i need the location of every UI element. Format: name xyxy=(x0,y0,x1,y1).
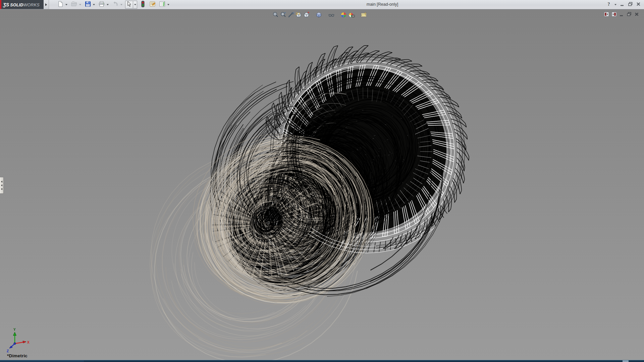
section-view-icon xyxy=(295,11,302,20)
svg-text:Y: Y xyxy=(13,328,16,331)
zoom-to-fit-button[interactable] xyxy=(272,12,279,19)
restore-icon xyxy=(628,2,633,8)
new-document-dropdown-arrow[interactable] xyxy=(64,1,68,9)
headsup-view-toolbar xyxy=(272,11,368,19)
collapse-arrow-icon xyxy=(1,184,2,186)
print-button[interactable] xyxy=(98,1,106,9)
previous-view-button[interactable] xyxy=(287,12,295,19)
graphics-viewport[interactable]: Y X Z *Dimetric xyxy=(0,10,644,360)
brand-text: ƷSSOLIDWORKS xyxy=(3,2,40,7)
minimize-icon xyxy=(620,2,625,8)
dynamic-annotation-icon xyxy=(303,11,310,20)
apply-scene-button[interactable] xyxy=(347,12,355,19)
new-document-icon xyxy=(57,1,64,9)
restore-button[interactable] xyxy=(627,1,633,8)
apply-scene-icon xyxy=(348,11,355,20)
traffic-light-button[interactable] xyxy=(139,1,147,9)
taskbar-segment xyxy=(0,360,84,362)
turbine-wireframe-model xyxy=(0,10,644,360)
design-checker-dropdown-arrow[interactable] xyxy=(166,1,170,9)
dropdown-arrow-icon xyxy=(134,4,136,5)
dropdown-arrow-icon xyxy=(120,4,122,5)
collapse-arrow-icon xyxy=(1,188,2,190)
hide-show-items-icon xyxy=(328,11,335,20)
save-icon xyxy=(85,1,91,9)
doc-restore-button[interactable] xyxy=(627,12,632,18)
undo-button[interactable] xyxy=(111,1,119,9)
collapse-arrow-icon xyxy=(1,181,2,183)
save-dropdown-arrow[interactable] xyxy=(92,1,96,9)
select-button[interactable] xyxy=(125,1,133,9)
solidworks-logo: ƷSSOLIDWORKS xyxy=(0,0,44,9)
svg-text:?: ? xyxy=(608,2,610,7)
zoom-to-fit-icon xyxy=(272,11,279,20)
doc-pane-left-button[interactable] xyxy=(604,12,609,18)
section-view-button[interactable] xyxy=(295,12,303,19)
dynamic-annotation-button[interactable] xyxy=(303,12,310,19)
open-button[interactable] xyxy=(70,1,78,9)
help-button[interactable]: ? xyxy=(606,1,612,8)
new-document-button[interactable] xyxy=(56,1,64,9)
svg-text:Z: Z xyxy=(7,349,9,353)
dropdown-arrow-icon xyxy=(614,4,616,5)
doc-minimize-icon xyxy=(619,12,624,18)
save-button[interactable] xyxy=(84,1,92,9)
dropdown-arrow-icon xyxy=(107,4,109,5)
view-settings-button[interactable] xyxy=(360,12,368,19)
select-dropdown-arrow[interactable] xyxy=(133,1,137,9)
view-orientation-button[interactable] xyxy=(315,12,323,19)
help-icon: ? xyxy=(606,1,611,8)
window-title: main [Read-only] xyxy=(349,0,416,9)
doc-pane-right-button[interactable] xyxy=(611,12,617,18)
open-dropdown-arrow[interactable] xyxy=(78,1,82,9)
undo-icon xyxy=(112,1,119,9)
zoom-to-area-button[interactable] xyxy=(279,12,287,19)
solidworks-logo-glyph: ƷS xyxy=(3,2,9,7)
previous-view-icon xyxy=(287,11,295,20)
print-icon xyxy=(98,1,105,9)
view-settings-icon xyxy=(360,11,368,20)
document-window-controls xyxy=(604,12,639,18)
expand-arrow-icon xyxy=(45,3,47,6)
comment-icon xyxy=(149,1,156,9)
print-dropdown-arrow[interactable] xyxy=(106,1,110,9)
traffic-light-icon xyxy=(141,1,145,9)
edit-appearance-button[interactable] xyxy=(340,12,347,19)
title-bar: ƷSSOLIDWORKS main [Read-only] ? xyxy=(0,0,644,9)
undo-dropdown-arrow[interactable] xyxy=(119,1,123,9)
taskbar-edge xyxy=(0,360,644,362)
svg-text:X: X xyxy=(27,341,30,344)
doc-pane-left-icon xyxy=(604,12,609,18)
dropdown-arrow-icon xyxy=(167,4,169,5)
close-icon xyxy=(636,2,641,8)
solidworks-window: ƷSSOLIDWORKS main [Read-only] ? Y X Z *D… xyxy=(0,0,644,362)
brand-bold: SOLID xyxy=(10,3,23,7)
edit-appearance-icon xyxy=(340,11,347,20)
dropdown-arrow-icon xyxy=(65,4,67,5)
brand-red-stripe xyxy=(0,0,1,9)
close-button[interactable] xyxy=(635,1,641,8)
view-orientation-label: *Dimetric xyxy=(7,353,28,358)
doc-close-button[interactable] xyxy=(634,12,639,18)
main-toolbar xyxy=(56,0,172,9)
view-orientation-icon xyxy=(315,11,322,20)
comment-button[interactable] xyxy=(149,1,157,9)
open-icon xyxy=(71,1,77,9)
minimize-button[interactable] xyxy=(619,1,625,8)
doc-minimize-button[interactable] xyxy=(619,12,624,18)
dropdown-arrow-icon xyxy=(79,4,81,5)
help-dropdown-arrow[interactable] xyxy=(614,1,617,8)
hide-show-items-button[interactable] xyxy=(327,12,335,19)
design-checker-icon xyxy=(159,1,166,9)
doc-pane-right-icon xyxy=(611,12,617,18)
feature-tree-collapse-handle[interactable] xyxy=(0,177,4,194)
design-checker-button[interactable] xyxy=(158,1,166,9)
zoom-to-area-icon xyxy=(280,11,287,20)
doc-close-icon xyxy=(634,12,639,18)
brand-light: WORKS xyxy=(23,3,40,7)
dropdown-arrow-icon xyxy=(93,4,95,5)
menu-expand-tab[interactable] xyxy=(44,0,49,9)
doc-restore-icon xyxy=(627,12,632,18)
select-icon xyxy=(126,1,132,9)
taskbar-segment-light xyxy=(623,360,629,362)
